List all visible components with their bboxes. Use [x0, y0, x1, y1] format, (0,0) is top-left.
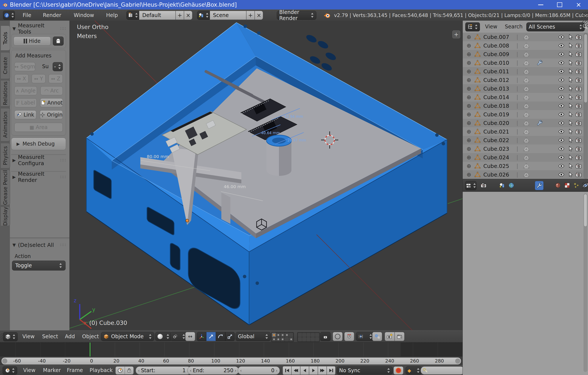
snap-target-button[interactable]: [372, 332, 382, 341]
renderability-camera-icon[interactable]: [575, 77, 582, 83]
expand-plus-icon[interactable]: ⊕: [467, 129, 471, 134]
visibility-eye-icon[interactable]: [558, 120, 565, 126]
properties-tab-scene[interactable]: [498, 181, 506, 190]
origin-measure-button[interactable]: Origin: [40, 110, 63, 119]
layer-cell[interactable]: [281, 337, 284, 341]
annotation-button[interactable]: Annot: [40, 98, 63, 107]
panel-header-measureit-configuration[interactable]: ▶ MeasureIt Configura ∷∷: [12, 157, 66, 164]
renderability-camera-icon[interactable]: [575, 42, 582, 49]
interaction-mode-dropdown[interactable]: Object Mode: [101, 332, 154, 341]
timeline-horizontal-scrollbar[interactable]: -60-40-200204060801001201401601802002202…: [1, 357, 461, 365]
layer-cell[interactable]: [311, 333, 315, 337]
manipulator-toggle-button[interactable]: [197, 332, 206, 341]
outliner-row[interactable]: ⊕ Cube.025 |: [463, 162, 588, 170]
object-name[interactable]: Cube.010: [483, 60, 509, 66]
panel-grip-icon[interactable]: ∷∷: [60, 242, 66, 247]
layers-group-1[interactable]: [271, 332, 294, 342]
expand-plus-icon[interactable]: ⊕: [467, 77, 471, 83]
snap-toggle-button[interactable]: [344, 332, 354, 341]
shelf-tab-grease-pencil[interactable]: Grease Pencil: [1, 170, 10, 205]
rotate-manipulator-button[interactable]: [216, 332, 225, 341]
measure-z-button[interactable]: ↔Z: [49, 74, 63, 83]
increment-arrow-icon[interactable]: ›: [235, 368, 236, 373]
ghost-toggle-button[interactable]: [53, 37, 64, 46]
selectability-cursor-icon[interactable]: [567, 94, 574, 100]
outliner-row[interactable]: ⊕ Cube.026 |: [463, 170, 588, 179]
selectability-cursor-icon[interactable]: [567, 120, 574, 126]
visibility-eye-icon[interactable]: [558, 154, 565, 161]
menu-add[interactable]: Add: [65, 331, 75, 343]
visibility-eye-icon[interactable]: [558, 42, 565, 49]
renderability-camera-icon[interactable]: [575, 137, 582, 143]
layer-cell[interactable]: [315, 333, 319, 337]
panel-grip-icon[interactable]: ∷∷: [60, 158, 66, 163]
expand-plus-icon[interactable]: ⊕: [467, 146, 471, 152]
editor-type-properties-button[interactable]: [465, 181, 476, 190]
outliner-row[interactable]: ⊕ Cube.013 |: [463, 84, 588, 93]
screen-layout-icon-button[interactable]: [126, 11, 139, 20]
layer-cell[interactable]: [302, 333, 306, 337]
outliner-row[interactable]: ⊕ Cube.019 |: [463, 110, 588, 119]
mesh-debug-expand-button[interactable]: ▶ Mesh Debug: [11, 138, 66, 150]
visibility-eye-icon[interactable]: [558, 128, 565, 135]
visibility-eye-icon[interactable]: [558, 68, 565, 75]
layer-cell[interactable]: [306, 333, 311, 337]
visibility-eye-icon[interactable]: [558, 163, 565, 169]
visibility-eye-icon[interactable]: [558, 111, 565, 118]
current-frame-indicator[interactable]: [90, 343, 91, 357]
expand-plus-icon[interactable]: ⊕: [467, 60, 471, 65]
jump-to-end-button[interactable]: [327, 366, 336, 375]
shelf-tab-relations[interactable]: Relations: [1, 80, 10, 107]
properties-tab-data[interactable]: [545, 181, 553, 190]
outliner-row[interactable]: ⊕ Cube.023 |: [463, 144, 588, 153]
renderability-camera-icon[interactable]: [575, 163, 582, 169]
angle-measure-button[interactable]: ∧Angle: [14, 86, 37, 95]
screen-layout-field[interactable]: Default: [139, 11, 176, 20]
end-frame-field[interactable]: ‹ End: 250 ›: [187, 366, 239, 375]
shelf-tab-tools[interactable]: Tools: [1, 26, 10, 51]
menu-object[interactable]: Object: [82, 331, 99, 343]
object-name[interactable]: Cube.014: [483, 94, 509, 100]
panel-header-deselect-all[interactable]: ▼ (De)select All ∷∷: [12, 241, 66, 248]
object-name[interactable]: Cube.012: [483, 77, 509, 83]
minimize-button[interactable]: [531, 0, 550, 10]
layer-cell[interactable]: [289, 333, 293, 337]
jump-to-start-button[interactable]: [283, 366, 291, 375]
outliner-row[interactable]: ⊕ Cube.007 |: [463, 33, 588, 41]
renderability-camera-icon[interactable]: [575, 128, 582, 135]
visibility-eye-icon[interactable]: [558, 77, 565, 83]
properties-tab-material[interactable]: [554, 181, 562, 190]
delete-scene-button[interactable]: ×: [255, 11, 263, 20]
selectability-cursor-icon[interactable]: [567, 86, 574, 92]
outliner-row[interactable]: ⊕ Cube.009 |: [463, 50, 588, 58]
object-name[interactable]: Cube.023: [483, 146, 509, 152]
renderability-camera-icon[interactable]: [575, 34, 582, 40]
menu-marker[interactable]: Marker: [43, 365, 61, 375]
panel-header-measureit[interactable]: ▼ MeasureIt Tools ∷∷: [12, 25, 66, 32]
timeline-canvas[interactable]: [0, 342, 462, 357]
area-resize-grip[interactable]: [582, 21, 588, 27]
renderability-camera-icon[interactable]: [575, 60, 582, 66]
layers-group-2[interactable]: [297, 332, 320, 342]
visibility-eye-icon[interactable]: [558, 34, 565, 40]
outliner-scrollbar[interactable]: [584, 33, 588, 179]
outliner-row[interactable]: ⊕ Cube.022 |: [463, 136, 588, 144]
visibility-eye-icon[interactable]: [558, 60, 565, 66]
selectability-cursor-icon[interactable]: [567, 60, 574, 66]
renderability-camera-icon[interactable]: [575, 51, 582, 57]
selectability-cursor-icon[interactable]: [567, 163, 574, 169]
shelf-tab-create[interactable]: Create: [1, 52, 10, 79]
expand-plus-icon[interactable]: ⊕: [467, 137, 471, 143]
expand-plus-icon[interactable]: ⊕: [467, 69, 471, 74]
outliner-row[interactable]: ⊕ Cube.014 |: [463, 93, 588, 101]
layer-cell[interactable]: [272, 337, 276, 341]
properties-tab-texture[interactable]: [563, 181, 571, 190]
menu-view[interactable]: View: [23, 365, 35, 375]
manipulate-centers-toggle[interactable]: ↔: [185, 332, 195, 341]
decrement-arrow-icon[interactable]: ‹: [240, 368, 242, 373]
object-name[interactable]: Cube.009: [483, 51, 509, 57]
play-reverse-button[interactable]: [300, 366, 309, 375]
object-name[interactable]: Cube.024: [483, 154, 509, 161]
render-engine-dropdown[interactable]: Blender Render: [277, 11, 316, 20]
scene-field[interactable]: Scene: [210, 11, 246, 20]
